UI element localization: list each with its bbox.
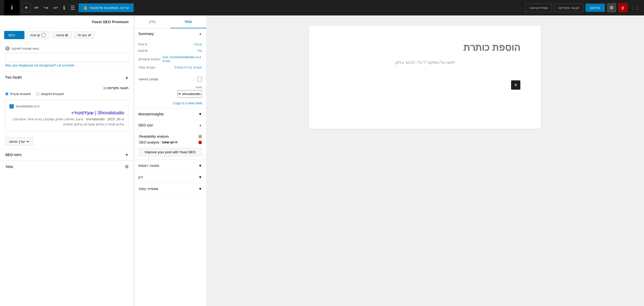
mobile-option[interactable]: תוצאות מובייל	[5, 92, 31, 96]
publish-value[interactable]: מיד	[197, 49, 202, 53]
discussion-header[interactable]: ▼ דיון	[134, 172, 206, 183]
footer-label: עמוד	[5, 165, 13, 169]
seo-analysis-row: דרוש שיפור: SEO analysis:	[138, 139, 202, 145]
author-select[interactable]: shovalstudio	[177, 90, 202, 98]
desktop-radio[interactable]	[36, 92, 39, 96]
readability-circle-icon	[41, 33, 46, 37]
pen-button[interactable]: ✏	[33, 3, 40, 12]
keyphrase-section: ביטוי מפתח למיקוד ? Was your keyphrase n…	[0, 42, 134, 72]
yoast-elementor-button[interactable]: עריכה באמצעות אלמנטור 🔒	[79, 3, 134, 12]
serp-preview-card: shovalstudio.co.il i Shovalstudio | שובל…	[5, 100, 129, 131]
summary-section-header[interactable]: ▲ Summary	[134, 29, 206, 39]
publish-button[interactable]: פרסום	[586, 4, 605, 12]
author-row: מאת shovalstudio	[134, 83, 206, 100]
yoast-seo-content: Readability analysis: דרוש שיפור: SEO an…	[134, 130, 206, 160]
visibility-value[interactable]: ציבורי	[193, 42, 202, 46]
serp-description: יט 30, 2023 · shovalstudio · עיצוב ומיתו…	[10, 117, 124, 127]
editor-hint-text: לחצו על המקש "/" כדי לבחור בלוק	[330, 60, 520, 65]
add-block-toolbar-button[interactable]: +	[22, 3, 31, 12]
featured-image-header[interactable]: ▼ תמונה ראשית	[134, 160, 206, 171]
url-label: כתובת אינטרנט	[138, 57, 160, 61]
template-value[interactable]: תבנית ברירת מחדל	[174, 65, 202, 69]
improve-yoast-button[interactable]: Improve your post with Yoast SEO	[138, 148, 202, 156]
readability-label: Readability analysis:	[138, 134, 169, 138]
keyphrase-input[interactable]	[5, 53, 129, 62]
url-value[interactable]: uro/shovalstudio.co.il/ה-אוטומטית/	[163, 55, 201, 63]
summary-chevron-icon: ▲	[199, 32, 202, 36]
help-icon[interactable]: ?	[5, 46, 10, 51]
tab-schema-button[interactable]: ⊞ סכמה	[52, 31, 72, 39]
advanced-view-button[interactable]: תצוגה מקדימה	[554, 4, 583, 12]
undo-button[interactable]: ↩	[52, 3, 60, 12]
info-panel-button[interactable]: i	[4, 0, 20, 15]
panel-footer: עמוד	[0, 161, 134, 172]
save-draft-button[interactable]: שמירת טיוטה	[526, 4, 552, 12]
tab-block[interactable]: בלק	[134, 15, 170, 28]
copy-draft-link[interactable]: Copy to a new draft	[134, 100, 206, 108]
mobile-radio[interactable]	[5, 92, 9, 96]
monster-insights-header[interactable]: ▼ MonsterInsights	[134, 108, 206, 120]
sidebar-tabs: עמוד בלק	[134, 15, 206, 29]
serp-title: Shovalstudio | שובלסטודיו	[10, 110, 124, 116]
yoast-panel-tabs: ⇄ חברתי ⊞ סכמה קראות SEO	[0, 28, 134, 42]
settings-button[interactable]: ⚙	[607, 3, 616, 12]
tab-seo-button[interactable]: SEO	[4, 31, 24, 39]
tab-social-button[interactable]: ⇄ חברתי	[74, 31, 95, 39]
yoast-seo-header[interactable]: ▲ יוסט SEO	[134, 120, 206, 130]
desktop-label: תוצאות דסקטופ	[41, 92, 64, 96]
seo-analysis-chevron-icon: ▼	[125, 153, 129, 157]
mobile-label: תוצאות מובייל	[10, 92, 31, 96]
preview-as-label: תצוגה מקדימה כ:	[5, 86, 129, 90]
desktop-option[interactable]: תוצאות דסקטופ	[36, 92, 64, 96]
schema-icon: ⊞	[65, 33, 68, 37]
content-area: לחצו על המקש "/" כדי לבחור בלוק +	[206, 15, 644, 306]
pending-checkbox[interactable]	[197, 77, 202, 81]
google-preview-chevron-icon: ▲	[125, 75, 129, 79]
visibility-row: ציבורי נראות	[138, 41, 202, 47]
featured-image-chevron-icon: ▼	[198, 164, 202, 168]
page-attributes-header[interactable]: ▼ מאפייני עמוד	[134, 183, 206, 194]
yoast-panel: Yoast SEO Premium ⇄ חברתי ⊞ סכמה קראות S…	[0, 15, 134, 306]
serp-url-row: shovalstudio.co.il i	[10, 104, 124, 108]
summary-section: ▲ Summary ציבורי נראות מיד פרסום uro/sho…	[134, 29, 206, 108]
featured-image-label: תמונה ראשית	[138, 164, 159, 168]
pending-row: ממתין לאישור	[134, 75, 206, 83]
editor-container: לחצו על המקש "/" כדי לבחור בלוק +	[309, 26, 541, 129]
monster-insights-section: ▼ MonsterInsights	[134, 108, 206, 120]
edit-snippet-icon: ✏	[27, 140, 29, 143]
seo-status-dot	[198, 141, 202, 144]
publish-label: פרסום	[138, 49, 148, 53]
seo-analysis-header[interactable]: ▼ ניתוח SEO	[0, 149, 134, 160]
readability-row: Readability analysis:	[138, 133, 202, 139]
google-preview-section: ▲ תצוגת גוגל תצוגה מקדימה כ: תוצאות דסקט…	[0, 72, 134, 149]
footer-status-dot	[125, 165, 129, 168]
list-view-button[interactable]: ☰	[69, 3, 77, 12]
info-button[interactable]: ℹ	[62, 3, 67, 12]
page-attributes-chevron-icon: ▼	[198, 187, 202, 191]
google-preview-label: תצוגת גוגל	[5, 75, 22, 79]
serp-favicon: i	[10, 104, 14, 108]
page-title-input[interactable]	[330, 41, 520, 54]
add-block-button[interactable]: +	[511, 80, 520, 90]
discussion-chevron-icon: ▼	[198, 175, 202, 179]
readability-status-dot	[198, 135, 202, 138]
keyphrase-link[interactable]: Was your keyphrase not recognized? Let u…	[5, 64, 129, 67]
seo-analysis-section: ▼ ניתוח SEO	[0, 149, 134, 161]
main-layout: × עמוד בלק ▲ Summary ציבורי נראות מיד	[0, 15, 644, 306]
monster-insights-label: MonsterInsights	[138, 112, 164, 116]
redo-button[interactable]: ↪	[43, 3, 50, 12]
page-attributes-section: ▼ מאפייני עמוד	[134, 183, 206, 195]
yoast-panel-header: Yoast SEO Premium	[0, 15, 134, 28]
edit-snippet-button[interactable]: ✏ עורך סניפט	[5, 137, 33, 146]
tab-readability-button[interactable]: קראות	[27, 31, 50, 39]
keyphrase-label: ביטוי מפתח למיקוד ?	[5, 46, 129, 51]
preview-radio-group: תוצאות דסקטופ תוצאות מובייל	[5, 92, 129, 96]
summary-label: Summary	[138, 32, 154, 36]
featured-image-section: ▼ תמונה ראשית	[134, 160, 206, 172]
discussion-label: דיון	[138, 175, 143, 179]
top-toolbar: ⋮⋮ y ⚙ פרסום תצוגה מקדימה שמירת טיוטה ער…	[0, 0, 644, 15]
yoast-seo-chevron-icon: ▲	[199, 123, 202, 127]
google-preview-body: תצוגה מקדימה כ: תוצאות דסקטופ תוצאות מוב…	[0, 83, 134, 149]
google-preview-header[interactable]: ▲ תצוגת גוגל	[0, 72, 134, 83]
tab-page[interactable]: עמוד	[170, 15, 206, 28]
